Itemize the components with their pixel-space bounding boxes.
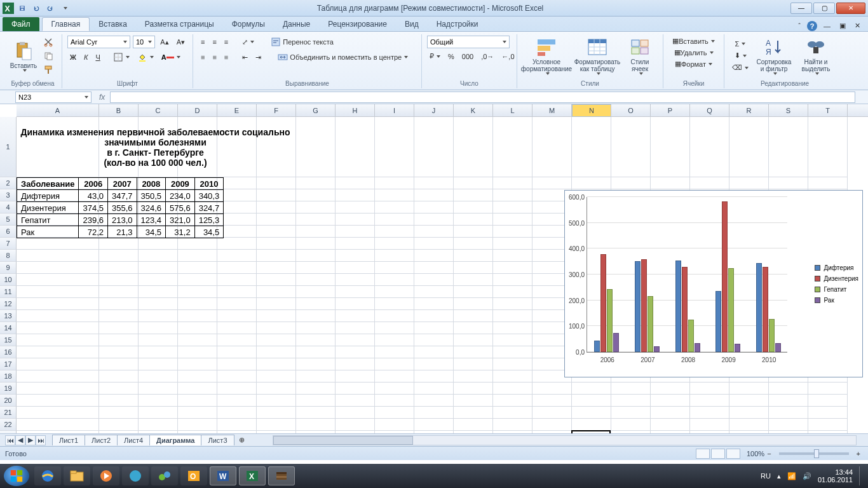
- data-table[interactable]: Заболевание20062007200820092010Дифтерия4…: [17, 177, 224, 238]
- table-cell[interactable]: 347,7: [108, 190, 137, 202]
- column-header[interactable]: Q: [690, 104, 729, 116]
- row-header[interactable]: 6: [0, 226, 17, 238]
- row-header[interactable]: 3: [0, 189, 17, 201]
- taskbar-explorer-icon[interactable]: [64, 466, 90, 485]
- increase-decimal-icon[interactable]: ,0→: [478, 51, 496, 62]
- systray-flag-icon[interactable]: ▴: [777, 472, 781, 480]
- table-cell[interactable]: 355,6: [108, 202, 137, 214]
- column-header[interactable]: R: [729, 104, 769, 116]
- row-header[interactable]: 2: [0, 177, 17, 189]
- table-cell[interactable]: 324,6: [137, 202, 166, 214]
- systray-network-icon[interactable]: 📶: [787, 472, 796, 480]
- column-header[interactable]: L: [493, 104, 532, 116]
- table-cell[interactable]: 31,2: [166, 226, 195, 238]
- ribbon-tab[interactable]: Надстройки: [428, 17, 487, 31]
- taskbar-app1-icon[interactable]: [122, 466, 149, 485]
- table-header-cell[interactable]: 2007: [108, 178, 137, 190]
- table-cell[interactable]: 43,0: [79, 190, 108, 202]
- column-header[interactable]: D: [178, 104, 217, 116]
- decrease-decimal-icon[interactable]: ←,0: [499, 51, 517, 62]
- row-header[interactable]: 16: [0, 346, 17, 358]
- worksheet-grid[interactable]: ABCDEFGHIJKLMNOPQRST 1234567891011121314…: [0, 104, 868, 433]
- redo-icon[interactable]: [44, 3, 56, 14]
- mdi-close-icon[interactable]: ✕: [852, 20, 863, 31]
- row-header[interactable]: 20: [0, 395, 17, 407]
- chart-bar[interactable]: [722, 201, 728, 352]
- insert-cells-button[interactable]: ▦ Вставить: [668, 36, 719, 46]
- chart-bar[interactable]: [682, 267, 688, 352]
- table-cell[interactable]: 340,3: [194, 190, 224, 202]
- table-header-cell[interactable]: 2010: [194, 178, 224, 190]
- align-middle-icon[interactable]: ≡: [210, 37, 219, 47]
- qat-more-icon[interactable]: [58, 3, 70, 14]
- start-button[interactable]: [4, 466, 29, 486]
- number-format-select[interactable]: Общий: [427, 36, 510, 48]
- new-sheet-icon[interactable]: ⊕: [236, 435, 247, 445]
- row-header[interactable]: 5: [0, 214, 17, 226]
- lang-indicator[interactable]: RU: [761, 472, 771, 480]
- column-header[interactable]: M: [532, 104, 572, 116]
- sheet-nav-last-icon[interactable]: ⏭: [36, 435, 46, 445]
- column-header[interactable]: J: [414, 104, 454, 116]
- chart-bar[interactable]: [607, 289, 613, 352]
- table-header-cell[interactable]: 2009: [166, 178, 195, 190]
- close-button[interactable]: ✕: [836, 3, 865, 14]
- ribbon-tab[interactable]: Вид: [396, 17, 428, 31]
- align-left-icon[interactable]: ≡: [198, 52, 207, 62]
- column-header[interactable]: I: [375, 104, 414, 116]
- column-header[interactable]: P: [651, 104, 690, 116]
- row-header[interactable]: 14: [0, 322, 17, 334]
- row-header[interactable]: 7: [0, 238, 17, 250]
- row-header[interactable]: 19: [0, 383, 17, 395]
- paste-button[interactable]: Вставить: [9, 36, 38, 76]
- zoom-slider[interactable]: [779, 452, 849, 455]
- table-cell[interactable]: Дизентерия: [17, 202, 79, 214]
- chart-bar[interactable]: [600, 254, 606, 352]
- table-cell[interactable]: 234,0: [166, 190, 195, 202]
- font-size-select[interactable]: 10: [133, 36, 155, 48]
- format-cells-button[interactable]: ▦ Формат: [668, 58, 719, 69]
- orientation-icon[interactable]: ⤢: [240, 37, 257, 48]
- ribbon-tab[interactable]: Главная: [42, 17, 90, 31]
- format-painter-icon[interactable]: [41, 64, 56, 76]
- mdi-minimize-icon[interactable]: —: [821, 21, 833, 31]
- font-name-select[interactable]: Arial Cyr: [67, 36, 130, 48]
- row-header[interactable]: 13: [0, 310, 17, 322]
- embedded-chart[interactable]: 0,0100,0200,0300,0400,0500,0600,02006200…: [564, 190, 863, 377]
- shrink-font-icon[interactable]: A▾: [174, 37, 187, 48]
- table-cell[interactable]: 123,4: [137, 214, 166, 226]
- chart-bar[interactable]: [613, 333, 619, 352]
- conditional-formatting-button[interactable]: Условное форматирование: [522, 36, 571, 76]
- align-center-icon[interactable]: ≡: [210, 52, 219, 62]
- table-header-cell[interactable]: Заболевание: [17, 178, 79, 190]
- column-header[interactable]: T: [808, 104, 848, 116]
- sheet-tab[interactable]: Лист3: [201, 435, 234, 445]
- chart-bar[interactable]: [763, 267, 768, 352]
- taskbar-media-icon[interactable]: [93, 466, 119, 485]
- taskbar-ie-icon[interactable]: [34, 466, 61, 485]
- ribbon-tab[interactable]: Вставка: [90, 17, 136, 31]
- comma-format-icon[interactable]: 000: [459, 51, 476, 62]
- file-tab[interactable]: Файл: [3, 17, 39, 31]
- chart-bar[interactable]: [775, 343, 781, 352]
- legend-item[interactable]: Гепатит: [815, 286, 858, 293]
- table-cell[interactable]: 72,2: [79, 226, 108, 238]
- show-desktop-button[interactable]: [859, 466, 864, 485]
- borders-icon[interactable]: [111, 51, 132, 64]
- cell-styles-button[interactable]: Стили ячеек: [624, 36, 656, 76]
- fx-icon[interactable]: fx: [94, 93, 110, 102]
- sheet-nav-first-icon[interactable]: ⏮: [5, 435, 15, 445]
- row-header[interactable]: 4: [0, 201, 17, 214]
- horizontal-scrollbar[interactable]: [273, 435, 857, 445]
- column-header[interactable]: F: [257, 104, 296, 116]
- row-header[interactable]: 22: [0, 419, 17, 431]
- column-header[interactable]: O: [611, 104, 651, 116]
- row-header[interactable]: 1: [0, 117, 17, 177]
- table-cell[interactable]: 374,5: [79, 202, 108, 214]
- merge-center-button[interactable]: Объединить и поместить в центре: [275, 51, 410, 64]
- row-header[interactable]: 17: [0, 358, 17, 370]
- table-cell[interactable]: Гепатит: [17, 214, 79, 226]
- taskbar-app2-icon[interactable]: [151, 466, 178, 485]
- table-cell[interactable]: 575,6: [166, 202, 195, 214]
- cut-icon[interactable]: [41, 36, 56, 48]
